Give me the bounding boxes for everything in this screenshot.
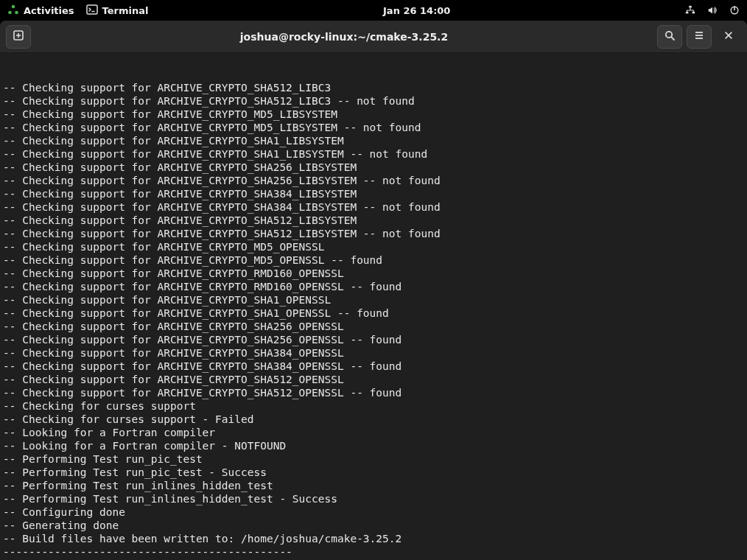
- svg-rect-5: [689, 6, 692, 8]
- svg-rect-3: [87, 5, 97, 14]
- terminal-window: joshua@rocky-linux:~/cmake-3.25.2: [0, 21, 747, 560]
- terminal-line: -- Checking support for ARCHIVE_CRYPTO_S…: [3, 81, 744, 94]
- terminal-line: -- Checking support for ARCHIVE_CRYPTO_S…: [3, 307, 744, 320]
- new-tab-button[interactable]: [6, 25, 31, 49]
- volume-icon[interactable]: [707, 5, 718, 15]
- terminal-line: -- Checking support for ARCHIVE_CRYPTO_S…: [3, 134, 744, 147]
- terminal-line: -- Checking support for ARCHIVE_CRYPTO_S…: [3, 187, 744, 200]
- terminal-line: -- Checking support for ARCHIVE_CRYPTO_M…: [3, 121, 744, 134]
- terminal-line: -- Checking support for ARCHIVE_CRYPTO_M…: [3, 240, 744, 253]
- terminal-line: -- Checking support for ARCHIVE_CRYPTO_S…: [3, 174, 744, 187]
- terminal-line: -- Checking support for ARCHIVE_CRYPTO_S…: [3, 293, 744, 307]
- clock-label: Jan 26 14:00: [383, 5, 450, 16]
- search-icon: [664, 29, 676, 44]
- svg-point-1: [8, 11, 12, 15]
- activities-icon: [7, 4, 19, 16]
- terminal-line: -- Checking support for ARCHIVE_CRYPTO_S…: [3, 386, 744, 399]
- network-icon[interactable]: [685, 5, 695, 15]
- app-menu[interactable]: Terminal: [86, 4, 149, 18]
- terminal-line: -- Checking support for ARCHIVE_CRYPTO_M…: [3, 253, 744, 267]
- terminal-line: -- Checking support for ARCHIVE_CRYPTO_S…: [3, 161, 744, 174]
- terminal-content[interactable]: -- Checking support for ARCHIVE_CRYPTO_S…: [0, 53, 747, 560]
- terminal-line: -- Performing Test run_pic_test: [3, 452, 744, 466]
- activities-label: Activities: [24, 5, 74, 16]
- power-icon[interactable]: [729, 5, 740, 15]
- svg-rect-7: [692, 12, 695, 14]
- terminal-line: -- Checking support for ARCHIVE_CRYPTO_S…: [3, 320, 744, 333]
- terminal-line: -- Checking support for ARCHIVE_CRYPTO_S…: [3, 94, 744, 108]
- terminal-line: -- Checking support for ARCHIVE_CRYPTO_S…: [3, 360, 744, 373]
- new-tab-icon: [13, 29, 24, 44]
- terminal-line: -- Build files have been written to: /ho…: [3, 532, 744, 545]
- topbar-clock[interactable]: Jan 26 14:00: [383, 5, 450, 16]
- terminal-line: -- Performing Test run_inlines_hidden_te…: [3, 492, 744, 505]
- terminal-line: ----------------------------------------…: [3, 545, 744, 559]
- gnome-topbar: Activities Terminal Jan 26 14:00: [0, 0, 747, 21]
- terminal-output: -- Checking support for ARCHIVE_CRYPTO_S…: [3, 81, 744, 560]
- terminal-line: -- Checking support for ARCHIVE_CRYPTO_R…: [3, 267, 744, 280]
- terminal-line: -- Checking support for ARCHIVE_CRYPTO_R…: [3, 280, 744, 293]
- terminal-line: -- Checking support for ARCHIVE_CRYPTO_S…: [3, 333, 744, 346]
- terminal-line: -- Generating done: [3, 519, 744, 532]
- terminal-line: -- Looking for a Fortran compiler - NOTF…: [3, 439, 744, 452]
- svg-point-0: [12, 5, 15, 9]
- terminal-line: -- Checking for curses support: [3, 399, 744, 413]
- terminal-line: -- Performing Test run_inlines_hidden_te…: [3, 479, 744, 492]
- close-icon: [723, 29, 734, 43]
- svg-line-14: [671, 37, 674, 40]
- terminal-icon: [86, 4, 98, 18]
- terminal-line: -- Configuring done: [3, 505, 744, 519]
- svg-rect-6: [686, 12, 689, 14]
- topbar-left: Activities Terminal: [7, 4, 148, 18]
- app-menu-label: Terminal: [102, 5, 149, 16]
- hamburger-menu-button[interactable]: [687, 25, 712, 49]
- terminal-line: -- Checking support for ARCHIVE_CRYPTO_S…: [3, 214, 744, 227]
- terminal-line: -- Checking support for ARCHIVE_CRYPTO_S…: [3, 227, 744, 240]
- window-title: joshua@rocky-linux:~/cmake-3.25.2: [31, 31, 657, 43]
- topbar-right: [685, 5, 740, 15]
- terminal-line: -- Checking support for ARCHIVE_CRYPTO_S…: [3, 373, 744, 386]
- terminal-line: -- Checking support for ARCHIVE_CRYPTO_S…: [3, 147, 744, 161]
- close-button[interactable]: [716, 25, 741, 49]
- activities-button[interactable]: Activities: [7, 4, 74, 16]
- terminal-line: -- Checking support for ARCHIVE_CRYPTO_M…: [3, 108, 744, 121]
- terminal-line: -- Checking support for ARCHIVE_CRYPTO_S…: [3, 346, 744, 360]
- titlebar: joshua@rocky-linux:~/cmake-3.25.2: [0, 21, 747, 53]
- hamburger-icon: [693, 29, 705, 44]
- search-button[interactable]: [657, 25, 682, 49]
- terminal-line: -- Checking support for ARCHIVE_CRYPTO_S…: [3, 200, 744, 214]
- terminal-line: -- Performing Test run_pic_test - Succes…: [3, 466, 744, 479]
- terminal-line: -- Checking for curses support - Failed: [3, 413, 744, 426]
- svg-point-2: [15, 11, 18, 15]
- terminal-line: -- Looking for a Fortran compiler: [3, 426, 744, 439]
